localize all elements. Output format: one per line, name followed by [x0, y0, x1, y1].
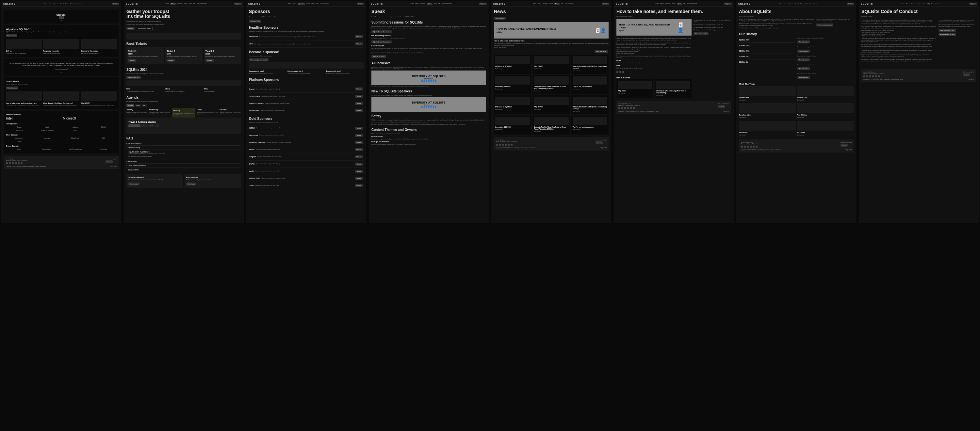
submit-button[interactable]: SQLBits Session Submission	[371, 30, 392, 33]
nav-speak[interactable]: Speak	[60, 3, 64, 5]
article-card[interactable]: BME was at SQLBits!Brief excerpt	[494, 95, 531, 114]
ticket-register-button[interactable]: Register	[167, 59, 175, 62]
twitter-icon[interactable]	[18, 162, 20, 164]
download-button[interactable]: Download Pack	[249, 20, 261, 22]
sponsor-logo[interactable]: devscope	[6, 129, 33, 131]
sponsor-logo[interactable]: CloudTrade	[62, 137, 89, 139]
become-button[interactable]: Download sponsorship pack	[249, 59, 269, 61]
page-sponsors: SQLBITS Home About Sponsors Speak News F…	[246, 1, 366, 223]
all-articles-button[interactable]: See all articles	[494, 17, 506, 20]
featured-article[interactable]: HOW TO TAKE NOTES, AND REMEMBER THEMsqlb…	[494, 22, 609, 38]
nav-faq[interactable]: FAQ	[70, 3, 73, 5]
share-icon[interactable]	[622, 71, 624, 73]
sponsor-logo[interactable]: Quest	[6, 126, 33, 128]
sponsor-logo[interactable]: adatis	[34, 126, 61, 128]
faq-item[interactable]: + General Questions	[126, 142, 241, 146]
news-item[interactable]: Why BEAT?Lorem ipsum brief excerpt text …	[81, 91, 117, 107]
acknowledge-button[interactable]: Acknowledge & Go Back	[939, 33, 956, 36]
logo[interactable]: SQLBITS	[3, 3, 15, 5]
share-icon[interactable]	[616, 71, 618, 73]
sponsor-logo[interactable]: redgate	[62, 126, 89, 128]
article-card[interactable]: Delegate Toolkit: What You Need to Know …	[533, 116, 570, 135]
article-card[interactable]: Delegate Toolkit: What You Need to Know …	[533, 75, 570, 94]
article-card[interactable]: What to do after Dear&SQLBits: how to ke…	[571, 95, 609, 114]
website-button[interactable]: Website	[355, 35, 363, 38]
faq-item[interactable]: + Speakers FAQ	[126, 168, 241, 172]
website-button[interactable]: Website	[355, 43, 363, 45]
sponsor-logo[interactable]: packt	[62, 129, 89, 131]
sponsor-logo[interactable]: DCAC	[90, 126, 117, 128]
watch-video-button[interactable]: Watch the video	[797, 40, 810, 43]
article-card[interactable]: They're not just speakers…Brief excerpt	[571, 75, 609, 94]
faq-item[interactable]: + Registration	[126, 159, 241, 164]
news-all-button[interactable]: View all articles	[6, 86, 18, 89]
view-year-button[interactable]: View SQLBits 2024	[126, 76, 141, 79]
rss-icon[interactable]	[6, 162, 8, 164]
nav-about[interactable]: About	[49, 3, 52, 5]
sponsor-logo[interactable]: intel	[6, 116, 60, 120]
safety-title: Safety	[371, 114, 486, 118]
linkedin-icon[interactable]	[15, 162, 17, 164]
youtube-icon[interactable]	[21, 162, 22, 164]
article-card[interactable]: Why BEAT?Brief excerpt	[533, 55, 570, 74]
sponsor-logo[interactable]: solarwinds	[6, 137, 33, 139]
footer: contact@sqlbits.com About us · Privacy P…	[616, 101, 731, 114]
article-card[interactable]: BME was at SQLBits!Brief excerpt	[494, 55, 531, 74]
sponsor-logo[interactable]: intel	[249, 43, 253, 45]
sponsor-logo[interactable]: Power BI Sentinel	[34, 129, 61, 131]
article-card[interactable]: Innovating 13304001Brief excerpt	[494, 75, 531, 94]
article-card[interactable]: They're not just speakers…Brief excerpt	[571, 116, 609, 135]
instagram-icon[interactable]	[12, 162, 14, 164]
press-button[interactable]: Get in touch	[186, 183, 197, 186]
sponsor-section-title: Bronze Sponsors	[6, 145, 117, 147]
nav-news[interactable]: News	[65, 3, 68, 5]
sponsor-logo[interactable]: Dell Technologies	[62, 148, 89, 150]
travel-tab[interactable]: Accommodation	[128, 124, 140, 127]
nav-sponsors[interactable]: Sponsors	[54, 3, 59, 5]
article-card[interactable]: What to do after Dear&SQLBits: how to ke…	[571, 55, 609, 74]
news-item[interactable]: What Should I Do After a Conference?Lore…	[43, 91, 79, 107]
ticket-register-button[interactable]: Register	[205, 59, 214, 62]
faq-item[interactable]: — SQLBits 2023 - Hybrid Event This year …	[126, 150, 241, 159]
travel-tab[interactable]: Food	[149, 124, 154, 127]
news-item[interactable]: How to take notes, and remember them.Lor…	[6, 91, 42, 107]
agenda-tab[interactable]: Basic	[135, 104, 141, 107]
why-card-img	[81, 39, 117, 49]
register-button[interactable]: Register	[112, 3, 119, 5]
sponsor-logo[interactable]: devart	[6, 140, 33, 142]
sponsor-logo[interactable]: profisee	[34, 137, 61, 139]
sponsor-logo[interactable]: Coeo	[6, 148, 33, 150]
sponsor-logo[interactable]: Microsoft	[249, 36, 258, 38]
cta-button[interactable]: Find out event sponsors	[816, 24, 833, 27]
agenda-tab[interactable]: All levels	[126, 104, 134, 107]
article-card[interactable]: Innovating 13304001Brief excerpt	[494, 116, 531, 135]
featured-link[interactable]: How to take notes, and remember them.	[494, 40, 609, 42]
similar-button[interactable]: Show similar articles	[694, 32, 708, 35]
faq-item[interactable]: + Travel & Accommodation	[126, 164, 241, 168]
article-card[interactable]: Why BEAT?Brief excerpt	[533, 95, 570, 114]
sponsor-logo[interactable]: HSO	[90, 137, 117, 139]
travel-tab[interactable]: Travel	[142, 124, 148, 127]
share-icon[interactable]	[619, 71, 621, 73]
sponsor-logo[interactable]: VeloxData	[90, 148, 117, 150]
register-button[interactable]: Register	[126, 27, 135, 30]
faq-item[interactable]: + Payment/Pricing	[126, 146, 241, 150]
page-conduct: SQLBITS Home About Sponsors Speak News F…	[859, 1, 979, 223]
logo[interactable]: SQLBITS	[126, 3, 138, 5]
carousel[interactable]: Carousel ⬛⬛⬛⬛⬛⬛⬛⬛ • • • •	[4, 10, 119, 24]
agenda-tab[interactable]: Mid	[142, 104, 147, 107]
ticket-register-button[interactable]: Register	[128, 59, 136, 62]
why-button[interactable]: Find out more	[6, 34, 18, 37]
tickets-button[interactable]: See Upcoming Tickets	[136, 27, 153, 30]
di-button[interactable]: Find out more	[128, 183, 140, 186]
similar-button[interactable]: Show only similar	[595, 50, 608, 53]
submit-button[interactable]: Submit	[105, 160, 113, 163]
facebook-icon[interactable]	[9, 162, 11, 164]
sponsor-logo[interactable]: DataMasteryy	[34, 148, 61, 150]
privacy-button[interactable]: Read Our Privacy Policy	[939, 29, 956, 32]
sponsor-logo[interactable]: Microsoft	[63, 116, 117, 120]
nav-home[interactable]: Home	[44, 3, 48, 5]
page-news: SQLBITS Home About Sponsors Speak News F…	[491, 1, 611, 223]
travel-tab[interactable]: etc	[155, 124, 159, 127]
nav-post[interactable]: Post-experience	[74, 3, 83, 5]
